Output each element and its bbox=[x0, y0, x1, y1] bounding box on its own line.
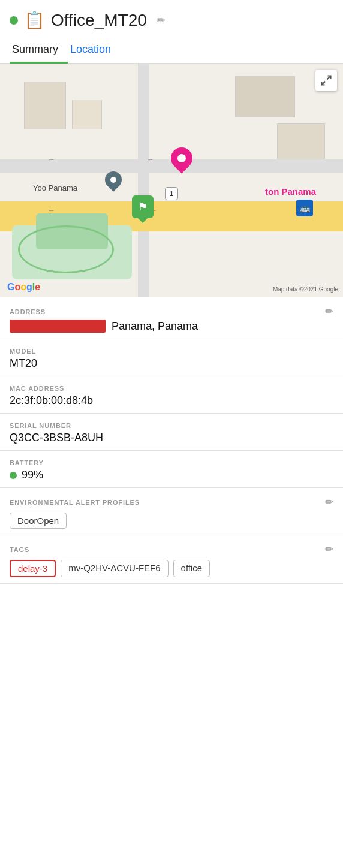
address-city: Panama, Panama bbox=[112, 320, 198, 333]
env-alert-label: ENVIRONMENTAL ALERT PROFILES ✏ bbox=[10, 496, 333, 508]
map-arrow-3: ← bbox=[48, 206, 55, 215]
map-arrow-1: ← bbox=[48, 155, 55, 164]
road-number-marker: 1 bbox=[165, 187, 178, 200]
map-copyright: Map data ©2021 Google bbox=[273, 286, 338, 293]
tag-item-2: office bbox=[173, 560, 210, 577]
battery-row: 99% bbox=[10, 469, 333, 481]
model-section: MODEL MT20 bbox=[0, 339, 343, 376]
model-label: MODEL bbox=[10, 348, 333, 355]
model-value: MT20 bbox=[10, 357, 333, 370]
tag-item-0: delay-3 bbox=[10, 560, 56, 577]
device-marker-flag-icon: ⚑ bbox=[138, 200, 148, 213]
map-expand-button[interactable] bbox=[315, 70, 337, 91]
device-header: 📋 Office_MT20 ✏ bbox=[0, 0, 343, 37]
map-building-1 bbox=[24, 82, 66, 129]
tab-location[interactable]: Location bbox=[68, 37, 121, 64]
device-name: Office_MT20 bbox=[51, 11, 147, 30]
address-redacted-bar bbox=[10, 320, 106, 333]
tags-section: TAGS ✏ delay-3mv-Q2HV-ACVU-FEF6office bbox=[0, 535, 343, 584]
tab-summary[interactable]: Summary bbox=[10, 37, 68, 64]
device-location-marker: ⚑ bbox=[132, 195, 154, 218]
address-section: ADDRESS ✏ Panama, Panama bbox=[0, 297, 343, 339]
map-building-2 bbox=[72, 100, 102, 129]
map-road-vertical bbox=[138, 64, 149, 297]
battery-section: BATTERY 99% bbox=[0, 451, 343, 488]
map-label-ton-panama: ton Panama bbox=[265, 186, 316, 197]
env-alert-profile-dooropen: DoorOpen bbox=[10, 513, 67, 529]
hotel-pin: 🛏 bbox=[171, 147, 192, 169]
status-indicator bbox=[10, 16, 18, 25]
map-building-4 bbox=[277, 123, 325, 159]
mac-address-value: 2c:3f:0b:00:d8:4b bbox=[10, 394, 333, 407]
battery-status-dot bbox=[10, 472, 17, 479]
map-view: ← ← ← ← ← 1 🚌 Yoo Panama ton Panama 🛏 ⚑ … bbox=[0, 64, 343, 297]
tags-edit-icon[interactable]: ✏ bbox=[325, 544, 333, 555]
bus-stop-icon: 🚌 bbox=[296, 200, 313, 216]
map-label-yoo-panama: Yoo Panama bbox=[33, 183, 77, 192]
device-type-icon: 📋 bbox=[24, 12, 45, 29]
tag-item-1: mv-Q2HV-ACVU-FEF6 bbox=[61, 560, 168, 577]
battery-value: 99% bbox=[22, 469, 43, 481]
mac-address-section: MAC ADDRESS 2c:3f:0b:00:d8:4b bbox=[0, 376, 343, 414]
serial-number-value: Q3CC-3BSB-A8UH bbox=[10, 432, 333, 444]
tags-label: TAGS ✏ bbox=[10, 544, 333, 555]
map-arrow-2: ← bbox=[147, 155, 154, 164]
device-name-edit-icon[interactable]: ✏ bbox=[157, 14, 166, 27]
address-edit-icon[interactable]: ✏ bbox=[325, 306, 333, 317]
serial-number-label: SERIAL NUMBER bbox=[10, 422, 333, 429]
battery-label: BATTERY bbox=[10, 459, 333, 466]
tab-bar: Summary Location bbox=[0, 37, 343, 64]
map-building-3 bbox=[235, 76, 295, 117]
tags-list: delay-3mv-Q2HV-ACVU-FEF6office bbox=[10, 560, 333, 577]
address-row: Panama, Panama bbox=[10, 320, 333, 333]
google-logo: Google bbox=[7, 282, 40, 293]
env-alert-edit-icon[interactable]: ✏ bbox=[325, 496, 333, 508]
env-alert-profiles: DoorOpen bbox=[10, 513, 333, 529]
serial-number-section: SERIAL NUMBER Q3CC-3BSB-A8UH bbox=[0, 414, 343, 451]
mac-address-label: MAC ADDRESS bbox=[10, 385, 333, 392]
env-alert-section: ENVIRONMENTAL ALERT PROFILES ✏ DoorOpen bbox=[0, 488, 343, 535]
address-label: ADDRESS ✏ bbox=[10, 306, 333, 317]
grey-location-pin bbox=[105, 171, 122, 188]
map-curved-road bbox=[18, 225, 114, 273]
